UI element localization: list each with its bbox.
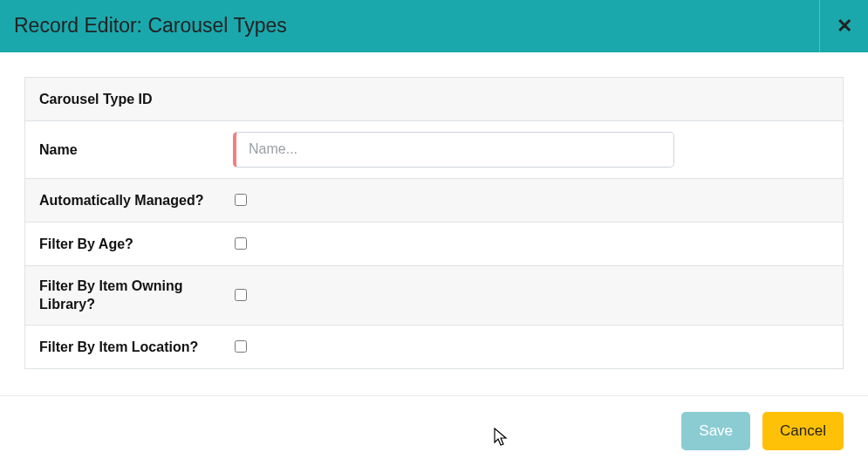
label-carousel-type-id: Carousel Type ID — [39, 90, 233, 109]
label-filter-by-item-location: Filter By Item Location? — [39, 338, 233, 357]
dialog: Record Editor: Carousel Types ✕ Carousel… — [0, 0, 868, 466]
row-carousel-type-id: Carousel Type ID — [25, 78, 843, 121]
cancel-button[interactable]: Cancel — [762, 412, 844, 450]
label-filter-by-age: Filter By Age? — [39, 235, 233, 254]
close-icon: ✕ — [837, 15, 852, 38]
dialog-footer: Save Cancel — [0, 395, 868, 466]
row-filter-by-age: Filter By Age? — [25, 223, 843, 266]
row-name: Name — [25, 121, 843, 179]
save-button[interactable]: Save — [681, 412, 750, 450]
form-table: Carousel Type ID Name Automatically Mana… — [24, 77, 844, 369]
dialog-header: Record Editor: Carousel Types ✕ — [0, 0, 868, 52]
name-input[interactable] — [233, 132, 674, 168]
dialog-body: Carousel Type ID Name Automatically Mana… — [0, 52, 868, 369]
close-button[interactable]: ✕ — [819, 0, 868, 52]
automatically-managed-checkbox[interactable] — [235, 194, 247, 206]
filter-by-item-location-checkbox[interactable] — [235, 340, 247, 353]
filter-by-item-owning-library-checkbox[interactable] — [235, 289, 247, 301]
label-name: Name — [39, 140, 233, 160]
row-filter-by-item-owning-library: Filter By Item Owning Library? — [25, 266, 843, 326]
label-automatically-managed: Automatically Managed? — [39, 191, 233, 210]
label-filter-by-item-owning-library: Filter By Item Owning Library? — [39, 277, 233, 314]
row-filter-by-item-location: Filter By Item Location? — [25, 326, 843, 369]
filter-by-age-checkbox[interactable] — [235, 237, 247, 250]
dialog-title: Record Editor: Carousel Types — [14, 14, 287, 38]
row-automatically-managed: Automatically Managed? — [25, 179, 843, 223]
